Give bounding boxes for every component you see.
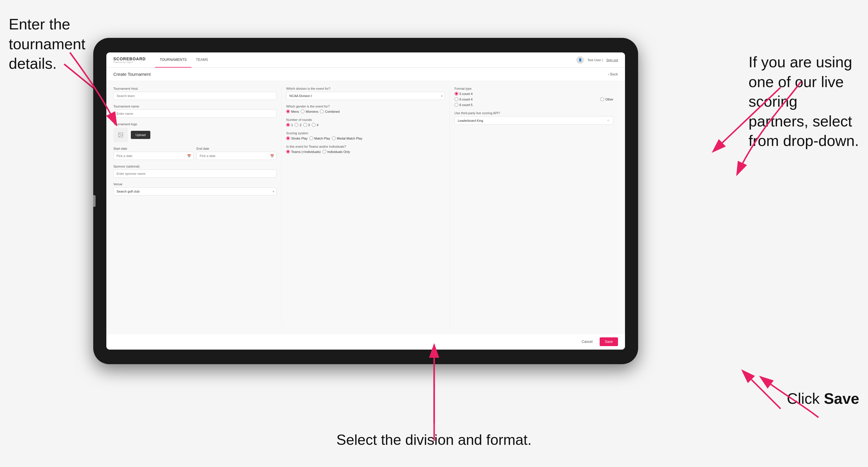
gender-radio-group: Mens Womens Combined [286,110,445,113]
tablet-frame: SCOREBOARD Powered by clipp'd TOURNAMENT… [93,38,638,364]
nav-item-tournaments[interactable]: TOURNAMENTS [155,53,191,68]
form-title: Create Tournament [113,72,151,76]
nav-menu: TOURNAMENTS TEAMS [155,53,576,68]
arrow-division-format [420,350,449,444]
upload-button[interactable]: Upload [131,131,150,139]
venue-select[interactable]: Search golf club [113,187,277,195]
format-5count4[interactable]: 5 count 4 [455,92,473,96]
gender-combined[interactable]: Combined [320,110,339,113]
cancel-button[interactable]: Cancel [578,337,596,346]
form-column-1: Tournament Host Tournament name Tourname… [113,87,281,328]
start-date-label: Start date [113,147,193,150]
tournament-logo-group: Tournament logo Upload [113,122,277,142]
form-column-3: Format type 5 count 4 6 count 4 [450,87,618,328]
format-type-group: Format type 5 count 4 6 count 4 [455,87,613,106]
start-date-wrapper: 📅 [113,152,193,160]
end-date-label: End date [196,147,277,150]
format-type-options: 5 count 4 6 count 4 6 count 5 [455,92,613,106]
sign-out-link[interactable]: Sign out [606,58,618,62]
division-select-wrapper: NCAA Division I [286,92,445,100]
sponsor-label: Sponsor (optional) [113,165,277,168]
gender-mens[interactable]: Mens [286,110,299,113]
scoring-medal-match-play[interactable]: Medal Match Play [332,136,362,140]
end-date-group: End date 📅 [196,147,277,160]
form-header: Create Tournament Back [106,68,625,81]
gender-label: Which gender is the event for? [286,104,445,108]
format-6count5[interactable]: 6 count 5 [455,103,473,106]
sponsor-group: Sponsor (optional) [113,165,277,178]
app-logo: SCOREBOARD Powered by clipp'd [113,57,146,63]
svg-line-7 [751,380,781,409]
tablet-button [93,195,96,207]
format-left: 5 count 4 6 count 4 6 count 5 [455,92,473,106]
teams-radio-group: Teams (+Individuals) Individuals Only [286,150,445,154]
logo-upload-area: Upload [113,128,277,142]
api-select-input[interactable]: Leaderboard King × [455,116,613,125]
tournament-name-group: Tournament name [113,104,277,118]
sponsor-input[interactable] [113,169,277,178]
start-date-calendar-icon: 📅 [187,154,191,158]
navbar-right: 👤 Test User | Sign out [576,56,618,64]
end-date-input[interactable] [196,152,277,160]
rounds-group: Number of rounds 1 2 3 [286,118,445,127]
format-other[interactable]: Other [600,97,613,101]
content-area: Create Tournament Back Tournament Host T… [106,68,625,350]
start-date-group: Start date 📅 [113,147,193,160]
division-group: Which division is the event for? NCAA Di… [286,87,445,100]
division-select[interactable]: NCAA Division I [286,92,445,100]
format-right: Other [600,97,613,101]
date-row: Start date 📅 End date 📅 [113,147,277,160]
form-area: Tournament Host Tournament name Tourname… [106,81,625,334]
tournament-name-label: Tournament name [113,104,277,108]
teams-plus-individuals[interactable]: Teams (+Individuals) [286,150,320,154]
end-date-calendar-icon: 📅 [270,154,274,158]
format-6count4[interactable]: 6 count 4 [455,97,473,101]
annotation-division-format: Select the division and format. [337,431,532,449]
save-button[interactable]: Save [600,337,618,346]
annotation-click-save: Click Save [787,389,859,409]
tournament-host-group: Tournament Host [113,87,277,100]
tournament-name-input[interactable] [113,110,277,118]
venue-label: Venue [113,182,277,186]
venue-group: Venue Search golf club [113,182,277,195]
back-button[interactable]: Back [608,72,618,76]
scoring-radio-group: Stroke Play Match Play Medal Match Play [286,136,445,140]
rounds-2[interactable]: 2 [294,123,301,127]
logo-placeholder [113,128,128,142]
gender-womens[interactable]: Womens [301,110,318,113]
form-footer: Cancel Save [106,334,625,350]
logo-main-text: SCOREBOARD [113,57,146,61]
rounds-label: Number of rounds [286,118,445,122]
tournament-host-input[interactable] [113,92,277,100]
form-column-2: Which division is the event for? NCAA Di… [281,87,450,328]
venue-select-wrapper: Search golf club [113,187,277,195]
navbar: SCOREBOARD Powered by clipp'd TOURNAMENT… [106,53,625,68]
api-clear-button[interactable]: × [606,118,610,123]
api-label: Use third-party live scoring API? [455,111,613,115]
start-date-input[interactable] [113,152,193,160]
svg-point-9 [120,134,120,134]
division-label: Which division is the event for? [286,87,445,90]
format-type-label: Format type [455,87,613,90]
rounds-3[interactable]: 3 [303,123,310,127]
dates-group: Start date 📅 End date 📅 [113,147,277,160]
nav-item-teams[interactable]: TEAMS [191,53,213,68]
api-value: Leaderboard King [458,119,483,122]
teams-label: Is this event for Teams and/or Individua… [286,145,445,148]
teams-individuals-group: Is this event for Teams and/or Individua… [286,145,445,154]
rounds-radio-group: 1 2 3 4 [286,123,445,127]
individuals-only[interactable]: Individuals Only [322,150,350,154]
user-avatar: 👤 [576,56,584,64]
rounds-4[interactable]: 4 [312,123,318,127]
gender-group: Which gender is the event for? Mens Wome… [286,104,445,113]
user-name: Test User | [587,58,602,62]
tablet-screen: SCOREBOARD Powered by clipp'd TOURNAMENT… [106,53,625,350]
rounds-1[interactable]: 1 [286,123,293,127]
scoring-label: Scoring system [286,131,445,135]
scoring-match-play[interactable]: Match Play [309,136,330,140]
scoring-stroke-play[interactable]: Stroke Play [286,136,307,140]
end-date-wrapper: 📅 [196,152,277,160]
tournament-host-label: Tournament Host [113,87,277,90]
api-group: Use third-party live scoring API? Leader… [455,111,613,125]
tournament-logo-label: Tournament logo [113,122,277,126]
